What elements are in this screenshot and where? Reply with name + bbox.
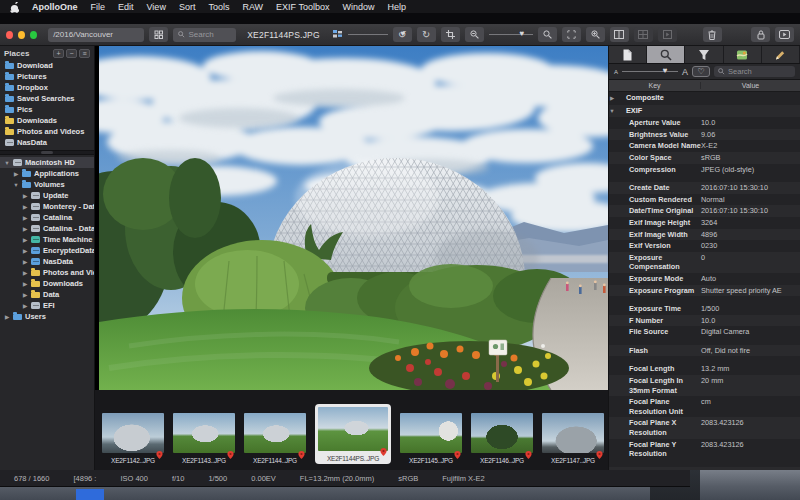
sidebar-tree-item[interactable]: ▶Users: [0, 311, 94, 322]
exif-row[interactable]: Date/Time Original2016:07:10 15:30:10: [609, 205, 800, 217]
thumbnail-image[interactable]: [244, 413, 306, 453]
filmstrip-thumbnail[interactable]: XE2F1144PS..JPG: [315, 404, 391, 464]
exif-row[interactable]: Color SpacesRGB: [609, 152, 800, 164]
sidebar-place-item[interactable]: NasData: [0, 137, 94, 148]
disclosure-triangle-icon[interactable]: ▶: [22, 226, 28, 232]
exif-row[interactable]: Exposure ModeAuto: [609, 273, 800, 285]
menu-file[interactable]: File: [91, 2, 106, 12]
tab-edit[interactable]: [762, 46, 800, 63]
sidebar-tree-item[interactable]: ▼Volumes: [0, 179, 94, 190]
disclosure-triangle-icon[interactable]: ▶: [22, 259, 28, 265]
exif-row[interactable]: CompressionJPEG (old-style): [609, 164, 800, 176]
tab-metadata-inspect[interactable]: [647, 46, 685, 63]
lock-button[interactable]: [751, 27, 770, 42]
thumbnail-image[interactable]: [471, 413, 533, 453]
disclosure-triangle-icon[interactable]: ▶: [22, 215, 28, 221]
exif-row[interactable]: Exposure Compensation0: [609, 252, 800, 273]
browser-layout-icon[interactable]: [333, 26, 343, 44]
close-window-button[interactable]: [6, 31, 13, 39]
exif-row[interactable]: Camera Model NameX-E2: [609, 140, 800, 152]
sidebar-place-item[interactable]: Saved Searches: [0, 93, 94, 104]
fit-screen-button[interactable]: [562, 27, 581, 42]
zoom-window-button[interactable]: [30, 31, 37, 39]
font-size-slider[interactable]: ♥: [622, 71, 678, 72]
sidebar-tree-item[interactable]: ▶Catalina - Data: [0, 223, 94, 234]
disclosure-triangle-icon[interactable]: ▶: [22, 281, 28, 287]
menu-sort[interactable]: Sort: [179, 2, 196, 12]
sidebar-tree-item[interactable]: ▶Data: [0, 289, 94, 300]
menu-tools[interactable]: Tools: [208, 2, 229, 12]
exif-row[interactable]: Exif Image Height3264: [609, 217, 800, 229]
menu-apolloone[interactable]: ApolloOne: [32, 2, 78, 12]
exif-row[interactable]: Focal Plane Resolution Unitcm: [609, 396, 800, 417]
disclosure-triangle-icon[interactable]: ▼: [13, 182, 19, 188]
exif-table-header[interactable]: Key Value: [609, 80, 800, 92]
filmstrip-thumbnail[interactable]: XE2F1144..JPG: [244, 413, 306, 464]
menu-window[interactable]: Window: [342, 2, 374, 12]
inspector-search-input[interactable]: Search: [714, 66, 795, 77]
sidebar-tree-item[interactable]: ▶NasData: [0, 256, 94, 267]
exif-row[interactable]: FlashOff, Did not fire: [609, 345, 800, 357]
disclosure-triangle-icon[interactable]: ▶: [22, 303, 28, 309]
toolbar-search-input[interactable]: Search: [173, 28, 236, 42]
split-view-button[interactable]: [610, 27, 629, 42]
exif-row[interactable]: F Number10.0: [609, 315, 800, 327]
sidebar-place-item[interactable]: Pictures: [0, 71, 94, 82]
sidebar-place-item[interactable]: Downloads: [0, 115, 94, 126]
sidebar-place-item[interactable]: Dropbox: [0, 82, 94, 93]
tab-map[interactable]: [724, 46, 762, 63]
exif-row[interactable]: File SourceDigital Camera: [609, 326, 800, 338]
thumbnail-image[interactable]: [102, 413, 164, 453]
disclosure-triangle-icon[interactable]: ▶: [22, 204, 28, 210]
filmstrip-thumbnail[interactable]: XE2F1147..JPG: [542, 413, 604, 464]
disclosure-triangle-icon[interactable]: ▶: [4, 314, 10, 320]
exif-row[interactable]: Focal Plane Y Resolution2083.423126: [609, 439, 800, 460]
trash-button[interactable]: [703, 27, 722, 42]
sidebar-tree-item[interactable]: ▼Macintosh HD: [0, 157, 94, 168]
photo-canvas[interactable]: [95, 46, 608, 390]
minimize-window-button[interactable]: [18, 31, 25, 39]
filmstrip-thumbnail[interactable]: XE2F1145..JPG: [400, 413, 462, 464]
disclosure-triangle-icon[interactable]: ▶: [22, 237, 28, 243]
filmstrip-thumbnail[interactable]: XE2F1142..JPG: [102, 413, 164, 464]
sidebar-tree-item[interactable]: ▶Downloads: [0, 278, 94, 289]
sidebar-place-item[interactable]: Download: [0, 60, 94, 71]
tab-filter[interactable]: [685, 46, 723, 63]
thumbnail-image[interactable]: [173, 413, 235, 453]
zoom-slider[interactable]: ♥: [489, 34, 533, 35]
menu-edit[interactable]: Edit: [118, 2, 134, 12]
exif-row[interactable]: Exposure Time1/500: [609, 303, 800, 315]
filmstrip-thumbnail[interactable]: XE2F1143..JPG: [173, 413, 235, 464]
menu-help[interactable]: Help: [387, 2, 406, 12]
sidebar-splitter[interactable]: [0, 150, 94, 155]
exif-row[interactable]: Custom RenderedNormal: [609, 194, 800, 206]
places-menu-button[interactable]: ≡: [79, 49, 90, 58]
zoom-out-button[interactable]: [465, 27, 484, 42]
path-field[interactable]: /2016/Vancouver: [48, 28, 144, 42]
sidebar-tree-item[interactable]: ▶Time Machine M: [0, 234, 94, 245]
exif-row[interactable]: Focal Plane X Resolution2083.423126: [609, 417, 800, 438]
thumbnail-size-slider[interactable]: ♥: [348, 34, 388, 35]
apple-menu-icon[interactable]: [10, 2, 19, 12]
exif-section-row[interactable]: ▶Composite: [609, 92, 800, 105]
sidebar-tree-item[interactable]: ▶EFI: [0, 300, 94, 311]
exif-row[interactable]: Focal Length13.2 mm: [609, 363, 800, 375]
disclosure-triangle-icon[interactable]: ▼: [609, 107, 615, 117]
zoom-in-button[interactable]: [586, 27, 605, 42]
sidebar-tree-item[interactable]: ▶Catalina: [0, 212, 94, 223]
disclosure-triangle-icon[interactable]: ▶: [22, 248, 28, 254]
disclosure-triangle-icon[interactable]: ▶: [609, 94, 615, 104]
sidebar-tree-item[interactable]: ▶Photos and Vide: [0, 267, 94, 278]
disclosure-triangle-icon[interactable]: ▶: [22, 270, 28, 276]
menu-view[interactable]: View: [147, 2, 166, 12]
thumbnail-image[interactable]: [318, 407, 388, 451]
sidebar-tree-item[interactable]: ▶Update: [0, 190, 94, 201]
crop-button[interactable]: [441, 27, 460, 42]
disclosure-triangle-icon[interactable]: ▶: [22, 292, 28, 298]
exif-row[interactable]: Exposure ProgramShutter speed priority A…: [609, 285, 800, 297]
menu-raw[interactable]: RAW: [242, 2, 263, 12]
menu-exif-toolbox[interactable]: EXIF Toolbox: [276, 2, 329, 12]
video-button[interactable]: [775, 27, 794, 42]
sidebar-place-item[interactable]: Photos and Videos: [0, 126, 94, 137]
thumbnail-image[interactable]: [542, 413, 604, 453]
